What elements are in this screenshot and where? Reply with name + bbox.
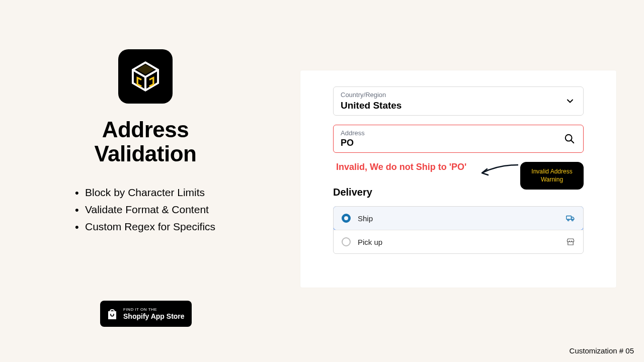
shopping-bag-icon — [106, 307, 118, 320]
truck-icon — [566, 214, 575, 223]
callout-line-2: Warning — [541, 176, 563, 183]
chevron-down-icon — [565, 96, 575, 106]
svg-point-7 — [572, 219, 573, 221]
address-label: Address — [341, 129, 576, 137]
heading-line-2: Validation — [95, 141, 197, 166]
badge-small-text: FIND IT ON THE — [123, 308, 185, 312]
address-field[interactable]: Address PO — [333, 125, 584, 153]
callout-line-1: Invalid Address — [531, 168, 572, 175]
delivery-option-ship[interactable]: Ship — [333, 206, 584, 230]
feature-item: Validate Format & Content — [75, 204, 231, 216]
country-label: Country/Region — [341, 91, 576, 99]
feature-item: Custom Regex for Specifics — [75, 221, 231, 233]
app-logo-icon — [118, 49, 173, 104]
badge-big-text: Shopify App Store — [123, 313, 185, 320]
svg-point-6 — [568, 219, 569, 221]
country-value: United States — [341, 100, 576, 111]
delivery-options: Ship Pick up — [333, 206, 584, 254]
annotation-arrow-icon — [479, 162, 519, 179]
delivery-option-pickup[interactable]: Pick up — [334, 230, 583, 253]
svg-line-4 — [571, 140, 574, 143]
footer-customization-number: Customization # 05 — [570, 346, 634, 355]
radio-unselected-icon — [342, 237, 351, 246]
feature-list: Block by Character Limits Validate Forma… — [60, 187, 231, 233]
feature-item: Block by Character Limits — [75, 187, 231, 199]
search-icon[interactable] — [564, 133, 575, 144]
svg-rect-5 — [567, 216, 572, 220]
option-label: Pick up — [358, 238, 382, 246]
store-icon — [566, 237, 575, 246]
option-label: Ship — [358, 214, 373, 223]
page-title: Address Validation — [60, 118, 231, 166]
shopify-app-store-badge[interactable]: FIND IT ON THE Shopify App Store — [100, 301, 192, 327]
heading-line-1: Address — [102, 117, 189, 142]
annotation-callout: Invalid Address Warning — [520, 162, 584, 190]
country-region-select[interactable]: Country/Region United States — [333, 86, 584, 116]
radio-selected-icon — [342, 214, 351, 223]
address-value: PO — [341, 138, 576, 148]
